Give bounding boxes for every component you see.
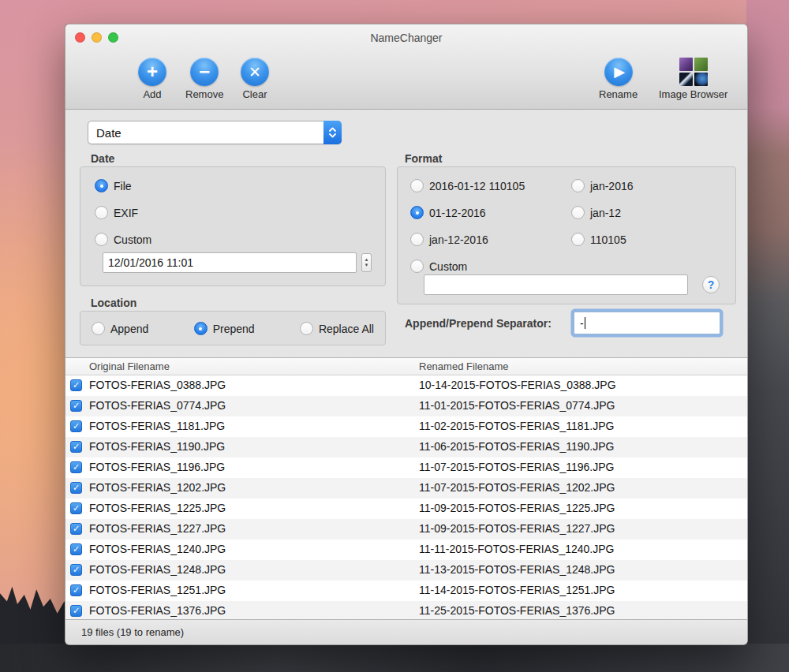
table-header: Original Filename Renamed Filename <box>65 358 747 375</box>
format-radio-group-left: 2016-01-12 11010501-12-2016jan-12-2016Cu… <box>410 177 525 285</box>
custom-date-input[interactable] <box>103 252 357 273</box>
app-window: NameChanger + Add − Remove ✕ Clear ▶ Ren… <box>65 24 748 645</box>
location-section-title: Location <box>91 297 136 309</box>
date-stepper[interactable]: ▲▼ <box>361 253 372 272</box>
image-browser-label: Image Browser <box>659 88 727 100</box>
table-row[interactable]: ✓FOTOS-FERIAS_1202.JPG11-07-2015-FOTOS-F… <box>65 478 747 498</box>
renamed-filename-cell: 11-11-2015-FOTOS-FERIAS_1240.JPG <box>419 543 614 555</box>
status-bar: 19 files (19 to rename) <box>65 619 747 644</box>
radio-icon[interactable] <box>571 206 585 219</box>
table-row[interactable]: ✓FOTOS-FERIAS_1251.JPG11-14-2015-FOTOS-F… <box>65 581 747 601</box>
row-checkbox[interactable]: ✓ <box>70 461 82 473</box>
table-row[interactable]: ✓FOTOS-FERIAS_1196.JPG11-07-2015-FOTOS-F… <box>65 457 747 478</box>
radio-label: Custom <box>429 260 467 273</box>
radio-replace-all[interactable]: Replace All <box>300 320 374 337</box>
original-filename-cell: FOTOS-FERIAS_0388.JPG <box>89 379 226 391</box>
date-section-title: Date <box>91 152 114 165</box>
separator-input[interactable]: - <box>574 312 720 334</box>
row-checkbox[interactable]: ✓ <box>70 605 82 617</box>
renamed-filename-cell: 11-07-2015-FOTOS-FERIAS_1202.JPG <box>419 481 615 494</box>
table-row[interactable]: ✓FOTOS-FERIAS_0774.JPG11-01-2015-FOTOS-F… <box>65 396 747 416</box>
rename-action-value: Date <box>96 126 122 140</box>
thumb-green <box>694 58 708 71</box>
table-row[interactable]: ✓FOTOS-FERIAS_1240.JPG11-11-2015-FOTOS-F… <box>65 539 747 560</box>
rename-play-icon: ▶ <box>604 58 633 86</box>
original-filename-cell: FOTOS-FERIAS_1248.JPG <box>89 563 226 576</box>
add-button[interactable]: + Add <box>138 58 166 100</box>
row-checkbox[interactable]: ✓ <box>70 482 82 494</box>
row-checkbox[interactable]: ✓ <box>70 420 82 432</box>
radio-icon[interactable] <box>300 322 313 335</box>
remove-button[interactable]: − Remove <box>185 58 223 100</box>
renamed-filename-cell: 11-09-2015-FOTOS-FERIAS_1227.JPG <box>419 522 615 535</box>
row-checkbox[interactable]: ✓ <box>70 564 82 576</box>
row-checkbox[interactable]: ✓ <box>70 502 82 514</box>
radio-jan-12[interactable]: jan-12 <box>571 204 634 221</box>
rename-label: Rename <box>599 88 638 100</box>
table-row[interactable]: ✓FOTOS-FERIAS_1227.JPG11-09-2015-FOTOS-F… <box>65 519 747 539</box>
radio-label: jan-12 <box>590 207 621 219</box>
row-checkbox[interactable]: ✓ <box>70 379 82 391</box>
original-filename-cell: FOTOS-FERIAS_1202.JPG <box>89 481 226 494</box>
rename-button[interactable]: ▶ Rename <box>599 58 638 100</box>
wallpaper-rocks <box>0 644 789 672</box>
radio-label: jan-2016 <box>590 180 634 192</box>
original-filename-cell: FOTOS-FERIAS_1181.JPG <box>89 420 225 432</box>
radio-2016-01-12-110105[interactable]: 2016-01-12 110105 <box>410 177 525 194</box>
row-checkbox[interactable]: ✓ <box>70 543 82 555</box>
row-checkbox[interactable]: ✓ <box>70 441 82 453</box>
radio-custom[interactable]: Custom <box>95 231 151 248</box>
radio-icon[interactable] <box>410 233 424 246</box>
radio-jan-12-2016[interactable]: jan-12-2016 <box>410 231 525 248</box>
radio-prepend[interactable]: Prepend <box>194 320 255 337</box>
radio-icon[interactable] <box>571 233 585 246</box>
wallpaper-cliff <box>746 0 789 672</box>
rename-action-select[interactable]: Date <box>88 121 342 144</box>
radio-custom[interactable]: Custom <box>410 258 525 274</box>
help-icon[interactable]: ? <box>702 276 720 293</box>
radio-file[interactable]: File <box>95 177 151 194</box>
radio-icon[interactable] <box>410 179 424 192</box>
date-group-box: FileEXIFCustom ▲▼ <box>80 166 386 286</box>
radio-01-12-2016[interactable]: 01-12-2016 <box>410 204 525 221</box>
radio-icon[interactable] <box>410 259 424 273</box>
row-checkbox[interactable]: ✓ <box>70 584 82 596</box>
renamed-filename-cell: 11-02-2015-FOTOS-FERIAS_1181.JPG <box>419 420 614 432</box>
radio-append[interactable]: Append <box>92 320 148 337</box>
radio-icon[interactable] <box>194 322 208 335</box>
table-row[interactable]: ✓FOTOS-FERIAS_0388.JPG10-14-2015-FOTOS-F… <box>65 375 747 396</box>
file-list: ✓FOTOS-FERIAS_0388.JPG10-14-2015-FOTOS-F… <box>65 375 747 621</box>
radio-icon[interactable] <box>410 206 424 219</box>
radio-110105[interactable]: 110105 <box>571 231 634 248</box>
renamed-filename-cell: 11-07-2015-FOTOS-FERIAS_1196.JPG <box>419 461 614 473</box>
row-checkbox[interactable]: ✓ <box>70 523 82 535</box>
format-group-box: 2016-01-12 11010501-12-2016jan-12-2016Cu… <box>397 166 736 304</box>
window-title: NameChanger <box>65 32 747 44</box>
row-checkbox[interactable]: ✓ <box>70 400 82 412</box>
radio-icon[interactable] <box>95 179 108 192</box>
date-radio-group: FileEXIFCustom <box>95 177 151 258</box>
radio-label: Replace All <box>319 323 374 335</box>
radio-icon[interactable] <box>571 179 585 192</box>
custom-format-input[interactable] <box>424 274 688 295</box>
table-row[interactable]: ✓FOTOS-FERIAS_1376.JPG11-25-2015-FOTOS-F… <box>65 601 747 621</box>
table-row[interactable]: ✓FOTOS-FERIAS_1181.JPG11-02-2015-FOTOS-F… <box>65 416 747 437</box>
radio-jan-2016[interactable]: jan-2016 <box>571 177 634 194</box>
chevron-up-down-icon <box>323 121 342 144</box>
table-row[interactable]: ✓FOTOS-FERIAS_1225.JPG11-09-2015-FOTOS-F… <box>65 498 747 519</box>
table-row[interactable]: ✓FOTOS-FERIAS_1190.JPG11-06-2015-FOTOS-F… <box>65 437 747 457</box>
radio-exif[interactable]: EXIF <box>95 204 151 221</box>
renamed-filename-header[interactable]: Renamed Filename <box>419 360 508 372</box>
renamed-filename-cell: 11-06-2015-FOTOS-FERIAS_1190.JPG <box>419 440 614 453</box>
radio-icon[interactable] <box>95 233 108 246</box>
radio-icon[interactable] <box>92 322 105 335</box>
format-radio-group-right: jan-2016jan-12110105 <box>571 177 634 258</box>
radio-label: Custom <box>114 233 151 246</box>
add-icon: + <box>138 58 166 86</box>
table-row[interactable]: ✓FOTOS-FERIAS_1248.JPG11-13-2015-FOTOS-F… <box>65 560 747 581</box>
radio-icon[interactable] <box>95 206 108 219</box>
original-filename-header[interactable]: Original Filename <box>89 360 170 372</box>
clear-button[interactable]: ✕ Clear <box>241 58 269 100</box>
image-browser-button[interactable]: Image Browser <box>659 58 727 100</box>
renamed-filename-cell: 11-14-2015-FOTOS-FERIAS_1251.JPG <box>419 584 615 596</box>
